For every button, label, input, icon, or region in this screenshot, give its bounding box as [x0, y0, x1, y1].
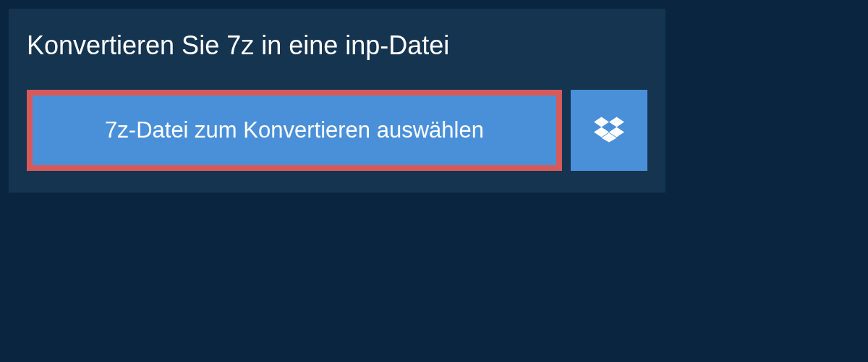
button-row: 7z-Datei zum Konvertieren auswählen [9, 90, 665, 171]
converter-panel: Konvertieren Sie 7z in eine inp-Datei 7z… [9, 9, 665, 193]
dropbox-icon [594, 114, 624, 147]
select-file-button[interactable]: 7z-Datei zum Konvertieren auswählen [27, 90, 562, 171]
page-title: Konvertieren Sie 7z in eine inp-Datei [9, 9, 665, 83]
dropbox-button[interactable] [571, 90, 647, 171]
